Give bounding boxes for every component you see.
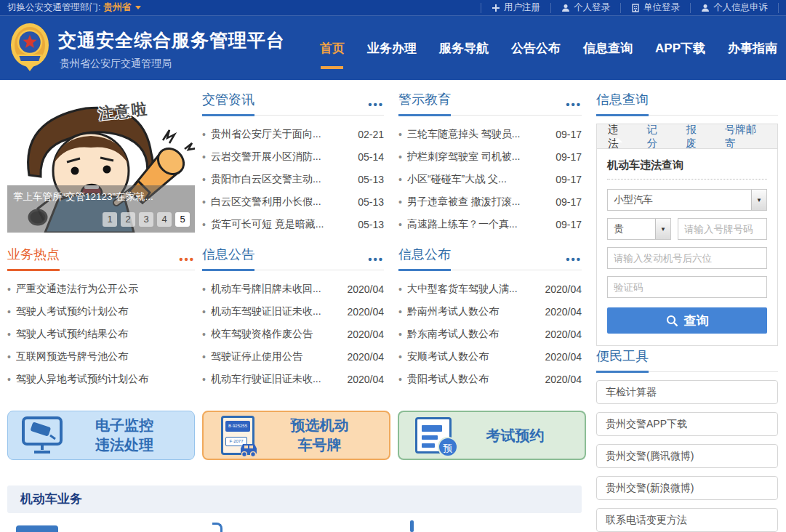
banner-label: 预选机动 车号牌 (260, 416, 379, 455)
pager-dot-3[interactable]: 3 (139, 212, 153, 227)
pager-dot-4[interactable]: 4 (157, 212, 172, 227)
banner-plate-preselection[interactable]: B·925255 F·2077 预选机动 车号牌 (202, 411, 390, 460)
panel-info-announcements: 信息公告 ••• 机动车号牌旧牌未收回...2020/04 机动车驾驶证旧证未收… (202, 246, 384, 390)
region-switch-label: 切换公安交通管理部门: (7, 1, 100, 14)
panel-warning-education: 警示教育 ••• 三轮车随意掉头 驾驶员...09-17 护栏刺穿驾驶室 司机被… (398, 91, 582, 235)
plate-number-input[interactable] (678, 218, 767, 240)
list-item[interactable]: 机动车行驶证旧证未收...2020/04 (202, 368, 384, 390)
list-item[interactable]: 大中型客货车驾驶人满...2020/04 (398, 278, 582, 300)
panel-title: 警示教育 (398, 91, 451, 108)
engine-number-input[interactable] (607, 247, 767, 269)
panel-head: 便民工具 (596, 347, 778, 372)
query-submit-button[interactable]: 查询 (607, 307, 767, 334)
register-label: 用户注册 (504, 1, 540, 14)
user-icon (701, 4, 710, 12)
page: 切换公安交通管理部门: 贵州省 用户注册 个人登录 单位登录 个人信息申诉 (0, 0, 786, 532)
list-item[interactable]: 云岩交警开展小区消防...05-14 (202, 145, 384, 168)
panel-business-hotspots: 业务热点 ••• 严重交通违法行为公开公示 驾驶人考试预约计划公布 驾驶人考试预… (7, 246, 195, 390)
list-item[interactable]: 男子违章被查 撒泼打滚...09-17 (398, 190, 582, 213)
chevron-down-icon: ▼ (751, 190, 766, 210)
personal-login-link[interactable]: 个人登录 (550, 3, 620, 13)
list-item[interactable]: 贵阳考试人数公布2020/04 (398, 368, 582, 390)
license-plate-icon: B·925255 F·2077 (215, 416, 260, 455)
topbar: 切换公安交通管理部门: 贵州省 用户注册 个人登录 单位登录 个人信息申诉 (0, 0, 786, 16)
tool-tencent-weibo[interactable]: 贵州交警(腾讯微博) (596, 444, 778, 468)
section-title-vehicle-business: 机动车业务 (7, 485, 582, 513)
list-item[interactable]: 小区“碰碰车”大战 父...09-17 (398, 168, 582, 190)
carousel-caption[interactable]: 掌上车管所“交管12123”在家就... (13, 190, 153, 203)
panel-head: 信息公布 ••• (398, 246, 582, 270)
more-icon[interactable]: ••• (179, 256, 195, 263)
nav-business[interactable]: 业务办理 (367, 40, 417, 57)
tool-sina-weibo[interactable]: 贵州交警(新浪微博) (596, 476, 778, 500)
list-item[interactable]: 互联网预选号牌号池公布 (7, 345, 195, 368)
user-icon (561, 4, 570, 12)
nav-announcements[interactable]: 公告公布 (511, 40, 561, 57)
list-item[interactable]: 驾驶人异地考试预约计划公布 (7, 368, 195, 390)
partial-icon (410, 520, 414, 532)
nav-service-guide[interactable]: 服务导航 (439, 40, 489, 57)
unit-login-link[interactable]: 单位登录 (620, 3, 690, 13)
list-item[interactable]: 严重交通违法行为公开公示 (7, 278, 195, 300)
list-item[interactable]: 护栏刺穿驾驶室 司机被...09-17 (398, 145, 582, 168)
list-item[interactable]: 安顺考试人数公布2020/04 (398, 345, 582, 368)
banner-label: 电子监控 违法处理 (65, 416, 184, 455)
nav-handbook[interactable]: 办事指南 (728, 40, 777, 57)
tab-points[interactable]: 记分 (647, 123, 668, 150)
appeal-link[interactable]: 个人信息申诉 (690, 3, 779, 13)
register-link[interactable]: 用户注册 (481, 3, 550, 13)
pager-dot-2[interactable]: 2 (121, 212, 135, 227)
partial-icon (212, 523, 222, 532)
form-title: 机动车违法查询 (607, 158, 767, 180)
main-nav: 首页 业务办理 服务导航 公告公布 信息查询 APP下载 办事指南 (320, 16, 777, 80)
exam-badge: 预 (438, 437, 458, 457)
panel-title: 便民工具 (596, 347, 649, 365)
list-item[interactable]: 机动车驾驶证旧证未收...2020/04 (202, 300, 384, 323)
tool-vehicle-check-calculator[interactable]: 车检计算器 (596, 380, 778, 404)
more-icon[interactable]: ••• (566, 101, 582, 108)
tab-violation[interactable]: 违法 (608, 123, 629, 150)
list-item[interactable]: 驾驶人考试预约结果公布 (7, 323, 195, 345)
vehicle-type-select[interactable]: 小型汽车 ▼ (607, 189, 767, 211)
list-item[interactable]: 高速路上练车？一个真...09-17 (398, 213, 582, 235)
topbar-links: 用户注册 个人登录 单位登录 个人信息申诉 (481, 0, 779, 16)
nav-info-query[interactable]: 信息查询 (583, 40, 633, 57)
tool-phone-change[interactable]: 联系电话变更方法 (596, 508, 778, 532)
list-item[interactable]: 白云区交警利用小长假...05-13 (202, 190, 384, 213)
captcha-input[interactable] (607, 276, 767, 298)
region-switcher[interactable]: 切换公安交通管理部门: 贵州省 (7, 1, 141, 14)
list-item[interactable]: 机动车号牌旧牌未收回...2020/04 (202, 278, 384, 300)
banner-exam-appointment[interactable]: 预 考试预约 (398, 411, 586, 460)
tab-plate-mail[interactable]: 号牌邮寄 (725, 123, 766, 150)
banner-electronic-monitoring[interactable]: 电子监控 违法处理 (7, 411, 195, 460)
panel-head: 业务热点 ••• (7, 246, 195, 270)
appeal-label: 个人信息申诉 (713, 1, 768, 14)
list-item[interactable]: 贵州省公安厅关于面向...02-21 (202, 123, 384, 145)
list-item[interactable]: 贵阳市白云区交警主动...05-13 (202, 168, 384, 190)
chevron-down-icon (135, 6, 141, 9)
tool-app-download[interactable]: 贵州交警APP下载 (596, 412, 778, 436)
nav-app-download[interactable]: APP下载 (655, 40, 705, 57)
list-item[interactable]: 驾驶证停止使用公告2020/04 (202, 345, 384, 368)
carousel[interactable]: 注意啦 掌上车管所“交管12123”在家就... 1 2 3 4 5 (7, 89, 195, 233)
nav-home[interactable]: 首页 (320, 40, 345, 57)
more-icon[interactable]: ••• (368, 256, 384, 263)
more-icon[interactable]: ••• (368, 101, 384, 108)
violation-query-form: 机动车违法查询 小型汽车 ▼ 贵 ▼ (597, 149, 777, 345)
unit-login-label: 单位登录 (643, 1, 680, 14)
list-item[interactable]: 黔南州考试人数公布2020/04 (398, 300, 582, 323)
panel-head: 交管资讯 ••• (202, 91, 384, 116)
pager-dot-1[interactable]: 1 (103, 212, 117, 227)
partial-icon (16, 525, 58, 532)
list-item[interactable]: 驾驶人考试预约计划公布 (7, 300, 195, 323)
list-item[interactable]: 三轮车随意掉头 驾驶员...09-17 (398, 123, 582, 145)
list-item[interactable]: 货车可长可短 竟是暗藏...05-13 (202, 213, 384, 235)
plate-prefix-select[interactable]: 贵 ▼ (607, 218, 671, 240)
more-icon[interactable]: ••• (566, 256, 582, 263)
panel-title: 交管资讯 (202, 91, 254, 108)
monitor-camera-icon (20, 416, 65, 455)
tab-scrap[interactable]: 报废 (686, 123, 707, 150)
pager-dot-5[interactable]: 5 (175, 212, 190, 227)
list-item[interactable]: 黔东南考试人数公布2020/04 (398, 323, 582, 345)
list-item[interactable]: 校车驾驶资格作废公告2020/04 (202, 323, 384, 345)
